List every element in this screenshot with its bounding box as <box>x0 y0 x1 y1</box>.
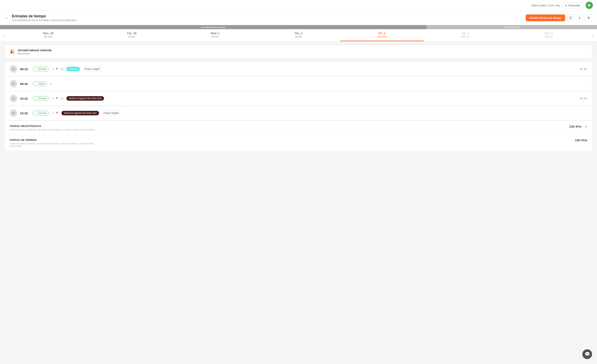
location-icon[interactable]: 📍 <box>55 97 59 100</box>
week-day-mon--29[interactable]: Mon, 29 0h 13m <box>7 29 90 41</box>
gear-icon: ⚙ <box>587 16 590 20</box>
summary-desc: Incluir las horas regulares, los descans… <box>10 142 96 147</box>
week-day-time: 0h 0m <box>173 35 257 38</box>
week-day-name: Fri, 3 <box>340 32 424 35</box>
list-icon: ☰ <box>569 16 572 20</box>
week-days: Mon, 29 0h 13m Tue, 30 0h 0m Wed, 1 0h 0… <box>7 29 590 41</box>
prev-week-button[interactable]: ‹ <box>2 33 7 37</box>
tag: Project Hagrid <box>81 67 102 71</box>
week-day-wed--1[interactable]: Wed, 1 0h 0m <box>173 29 257 41</box>
tag: Defence Against the Dark Arts <box>66 96 104 101</box>
copy-icon[interactable]: ⧉ <box>52 97 54 100</box>
summary-title: HORAS DE NÓMINA <box>10 139 96 141</box>
week-day-tue--30[interactable]: Tue, 30 0h 0m <box>90 29 173 41</box>
entry-time: 08:42 <box>20 82 30 85</box>
entry-dash: - <box>583 82 587 85</box>
summary-value: 13h 47m <box>575 139 587 142</box>
reduced-schedule-banner: Jornada laboral reducida <box>0 25 426 29</box>
entry-duration: 0h 9m <box>577 68 587 71</box>
week-day-time: 0h 0m <box>257 35 340 38</box>
time-entry: G 08:42 ← Salida ⧉ - <box>5 77 592 91</box>
page-header: ← Entradas de tiempo Lista detallada de … <box>0 11 597 25</box>
event-title: Jornada laboral reducida <box>17 49 52 52</box>
entry-action-icons: ⧉ 📍 <box>52 111 59 115</box>
info-button[interactable]: ℹ <box>576 15 583 22</box>
copy-icon[interactable]: ⧉ <box>52 67 54 71</box>
tag: Defence Against the Dark Arts <box>62 111 99 115</box>
week-day-time: 0h 0m <box>90 35 173 38</box>
summary-title: HORAS REGISTRADAS <box>10 124 95 128</box>
summary-section: HORAS REGISTRADAS Incluir las horas trab… <box>5 121 592 151</box>
week-day-sat--4[interactable]: Sat, 4 24h 0m <box>424 29 507 41</box>
week-navigation: Jornada laboral reducida Día de descanso… <box>0 25 597 41</box>
info-icon: ℹ <box>579 16 580 20</box>
badge-arrow-icon: → <box>35 97 37 100</box>
header-text: Entradas de tiempo Lista detallada de ho… <box>12 14 77 22</box>
location-icon[interactable]: 📍 <box>55 112 59 115</box>
badge-arrow-icon: → <box>35 68 37 70</box>
play-icon <box>566 4 567 6</box>
week-day-fri--3[interactable]: Fri, 3 13h 47m <box>340 29 424 41</box>
week-day-name: Sun, 5 <box>507 32 590 35</box>
week-day-thu--2[interactable]: Thu, 2 0h 0m <box>257 29 340 41</box>
entry-tags: CharmsProject Hagrid <box>66 67 574 71</box>
page-title: Entradas de tiempo <box>12 14 77 18</box>
avatar: G <box>10 109 17 117</box>
summary-row: HORAS REGISTRADAS Incluir las horas trab… <box>5 121 592 135</box>
week-day-name: Wed, 1 <box>173 32 257 35</box>
summary-right: 13h 47m ∨ <box>569 124 587 128</box>
avatar: G <box>10 95 17 102</box>
rest-day-banner: Día de descanso <box>426 25 597 29</box>
summary-row: HORAS DE NÓMINA Incluir las horas regula… <box>5 135 592 151</box>
entry-type-badge: ← Salida <box>33 81 47 86</box>
back-button[interactable]: ← <box>5 16 8 20</box>
summary-right: 13h 47m <box>575 139 587 142</box>
week-day-sun--5[interactable]: Sun, 5 24h 0m <box>507 29 590 41</box>
summary-desc: Incluir las horas trabajadas, las horas … <box>10 128 95 131</box>
copy-icon[interactable]: ⧉ <box>52 111 54 115</box>
entry-action-icons: ⧉ 📍 M <box>52 67 63 71</box>
entry-dash: - <box>583 111 587 115</box>
event-card: 🎉 Jornada laboral reducida Ramadhan <box>5 45 592 59</box>
page-subtitle: Lista detallada de horas de trabajo y de… <box>12 19 77 22</box>
chevron-down-icon[interactable]: ∨ <box>585 124 587 128</box>
week-day-name: Mon, 29 <box>7 32 90 35</box>
entry-action-icons: ⧉ 📍 M <box>52 97 63 100</box>
tag: Project Hagrid <box>101 111 122 116</box>
entry-time: 10:22 <box>20 97 30 100</box>
manual-icon[interactable]: M <box>60 97 63 100</box>
copy-icon[interactable]: ⧉ <box>50 82 52 85</box>
add-time-entry-button[interactable]: Añadir entrada de tiempo <box>526 15 565 21</box>
manual-icon[interactable]: M <box>60 68 63 71</box>
week-days-row: ‹ Mon, 29 0h 13m Tue, 30 0h 0m Wed, 1 0h… <box>0 29 597 41</box>
entry-tags: Defence Against the Dark ArtsProject Hag… <box>62 111 580 116</box>
settings-button[interactable]: ⚙ <box>585 15 592 22</box>
week-day-time: 24h 0m <box>424 35 507 38</box>
list-view-button[interactable]: ☰ <box>567 15 574 22</box>
time-entries-list: G 08:33 → Entrada ⧉ 📍 M CharmsProject Ha… <box>5 62 592 120</box>
entry-duration: 0h 0m <box>577 97 587 100</box>
avatar: G <box>10 80 17 87</box>
resume-button[interactable]: Reanudar <box>563 3 583 8</box>
summary-text: HORAS REGISTRADAS Incluir las horas trab… <box>10 124 95 131</box>
week-day-name: Sat, 4 <box>424 32 507 35</box>
next-week-button[interactable]: › <box>590 33 595 37</box>
time-entry: G 10:22 → Entrada ⧉ 📍 M Defence Against … <box>5 91 592 106</box>
week-day-time: 24h 0m <box>507 35 590 38</box>
badge-arrow-icon: → <box>35 112 37 114</box>
entry-type-badge: → Entrada <box>33 67 49 71</box>
entry-type-badge: → Entrada <box>33 96 49 101</box>
entry-time: 08:33 <box>20 67 30 71</box>
entry-action-icons: ⧉ <box>50 82 52 85</box>
week-banners: Jornada laboral reducida Día de descanso <box>0 25 597 29</box>
play-triangle-icon <box>588 4 591 7</box>
summary-text: HORAS DE NÓMINA Incluir las horas regula… <box>10 139 96 147</box>
time-entry: G 10:22 → Entrada ⧉ 📍 Defence Against th… <box>5 106 592 120</box>
badge-arrow-icon: ← <box>35 83 37 85</box>
tag: Charms <box>66 67 80 71</box>
event-subtitle: Ramadhan <box>17 52 52 55</box>
location-icon[interactable]: 📍 <box>55 68 59 71</box>
play-button[interactable] <box>586 2 593 9</box>
header-right: Añadir entrada de tiempo ☰ ℹ ⚙ <box>526 15 592 22</box>
summary-value: 13h 47m <box>569 125 581 128</box>
